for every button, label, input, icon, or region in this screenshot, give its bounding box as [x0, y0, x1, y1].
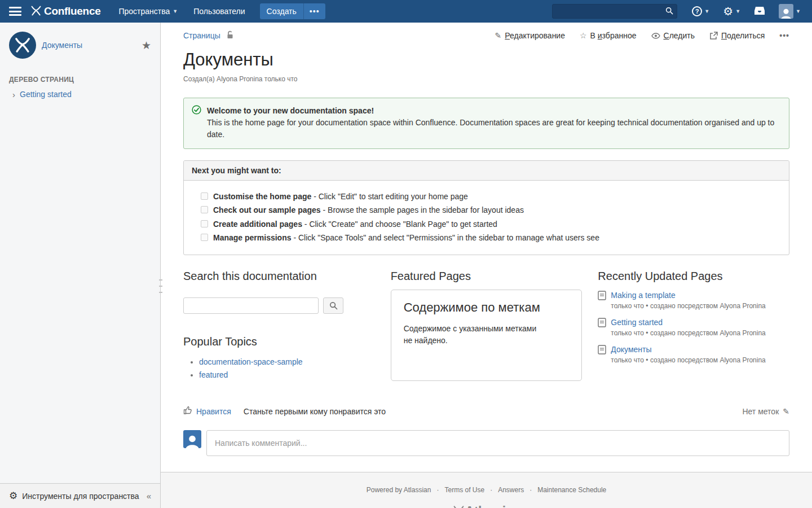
like-button[interactable]: Нравится — [196, 407, 231, 416]
recent-page-meta: только что • создано посредством Alyona … — [611, 329, 765, 337]
footer-separator: · — [436, 486, 439, 494]
footer-link[interactable]: Terms of Use — [444, 486, 484, 494]
favourite-button[interactable]: ☆ В избранное — [580, 31, 637, 40]
gear-icon: ⚙ — [723, 6, 733, 17]
chevron-right-icon[interactable]: › — [12, 90, 15, 99]
task-item: Manage permissions - Click "Space Tools"… — [201, 231, 781, 244]
atlassian-mark-icon — [453, 505, 465, 508]
content-by-label-panel: Содержимое по меткам Содержимое с указан… — [391, 290, 582, 381]
task-item: Check out our sample pages - Browse the … — [201, 203, 781, 217]
edit-button[interactable]: ✎ Редактирование — [495, 31, 565, 40]
like-hint-text: Станьте первыми кому понравится это — [244, 407, 386, 416]
atlassian-logo: Atlassian — [453, 504, 520, 508]
help-menu[interactable]: ? ▼ — [687, 0, 714, 23]
list-item: featured — [199, 370, 375, 379]
space-header: Документы ★ — [0, 23, 160, 68]
create-more-button[interactable]: ••• — [303, 3, 325, 19]
thumbs-up-icon[interactable] — [183, 406, 192, 417]
next-steps-heading: Next you might want to: — [184, 161, 789, 181]
settings-menu[interactable]: ⚙ ▼ — [718, 0, 745, 23]
tree-page-link[interactable]: Getting started — [20, 90, 72, 99]
comment-section — [183, 430, 789, 472]
checkbox[interactable] — [201, 206, 208, 213]
list-item: Making a template только что • создано п… — [598, 291, 789, 310]
next-steps-panel: Next you might want to: Customise the ho… — [183, 160, 789, 255]
confluence-x-icon — [30, 5, 42, 18]
welcome-title: Welcome to your new documentation space! — [207, 106, 374, 115]
recent-page-link[interactable]: Документы — [611, 345, 651, 354]
search-icon[interactable] — [665, 7, 673, 16]
watch-button[interactable]: Следить — [651, 31, 695, 40]
more-actions-button[interactable]: ••• — [779, 31, 789, 40]
checkbox[interactable] — [201, 220, 208, 227]
panel-title: Содержимое по меткам — [404, 300, 570, 315]
global-search-input[interactable] — [552, 4, 677, 19]
pencil-icon: ✎ — [783, 407, 789, 416]
top-navbar: Confluence Пространства ▼ Пользователи С… — [0, 0, 812, 23]
check-circle-icon — [192, 105, 201, 141]
favourite-star-icon[interactable]: ★ — [142, 39, 151, 52]
spaces-menu[interactable]: Пространства ▼ — [113, 0, 183, 23]
space-name-link[interactable]: Документы — [42, 41, 136, 50]
footer-link[interactable]: Answers — [498, 486, 524, 494]
share-icon — [709, 32, 718, 40]
main-content: Страницы ✎ Редактирование ☆ В избранное — [161, 23, 812, 508]
task-item: Customise the home page - Click "Edit" t… — [201, 190, 781, 203]
list-item: Getting started только что • создано пос… — [598, 318, 789, 337]
recent-page-meta: только что • создано посредством Alyona … — [611, 356, 765, 364]
task-item: Create additional pages - Click "Create"… — [201, 217, 781, 231]
page-tree-heading: ДЕРЕВО СТРАНИЦ — [0, 68, 160, 87]
list-item: Документы только что • создано посредств… — [598, 345, 789, 364]
confluence-logo[interactable]: Confluence — [30, 5, 100, 18]
section-heading: Search this documentation — [183, 270, 375, 283]
chevron-down-icon: ▼ — [735, 9, 740, 14]
doc-search-input[interactable] — [183, 297, 319, 314]
topic-link[interactable]: documentation-space-sample — [199, 357, 303, 366]
space-sidebar: Документы ★ ДЕРЕВО СТРАНИЦ › Getting sta… — [0, 23, 161, 508]
footer-separator: · — [529, 486, 532, 494]
section-heading: Recently Updated Pages — [598, 270, 789, 283]
doc-search-button[interactable] — [323, 297, 343, 314]
page-byline: Создал(а) Alyona Pronina только что — [183, 75, 789, 83]
page-icon — [598, 345, 606, 364]
hamburger-menu-icon[interactable] — [9, 7, 21, 16]
footer-link[interactable]: Maintenance Schedule — [537, 486, 606, 494]
page-actions: ✎ Редактирование ☆ В избранное Следить — [495, 31, 789, 40]
star-outline-icon: ☆ — [580, 32, 587, 40]
help-icon: ? — [692, 6, 702, 16]
breadcrumb[interactable]: Страницы — [183, 31, 220, 40]
user-avatar — [779, 4, 793, 19]
recent-page-link[interactable]: Getting started — [611, 318, 663, 327]
gear-icon: ⚙ — [9, 491, 17, 501]
space-tools-button[interactable]: ⚙ Инструменты для пространства « — [0, 483, 160, 508]
recent-page-link[interactable]: Making a template — [611, 291, 675, 300]
chevron-down-icon: ▼ — [704, 9, 709, 14]
checkbox[interactable] — [201, 234, 208, 241]
share-button[interactable]: Поделиться — [709, 31, 765, 40]
chevron-down-icon: ▼ — [796, 9, 801, 14]
footer-link[interactable]: Powered by Atlassian — [367, 486, 431, 494]
page-icon — [598, 318, 606, 337]
labels-button[interactable]: Нет меток ✎ — [742, 407, 789, 416]
sidebar-resize-grip[interactable] — [159, 279, 162, 293]
user-menu[interactable]: ▼ — [774, 0, 805, 23]
collapse-sidebar-icon[interactable]: « — [147, 491, 151, 501]
panel-empty-text: Содержимое с указанными метками не найде… — [404, 323, 545, 347]
create-button[interactable]: Создать — [260, 3, 303, 19]
checkbox[interactable] — [201, 192, 208, 200]
like-and-labels-row: Нравится Станьте первыми кому понравится… — [183, 406, 789, 417]
page-title: Документы — [183, 50, 789, 70]
topic-link[interactable]: featured — [199, 370, 228, 379]
space-logo-icon[interactable] — [9, 32, 36, 59]
confluence-app: Confluence Пространства ▼ Пользователи С… — [0, 0, 812, 508]
recent-page-meta: только что • создано посредством Alyona … — [611, 302, 765, 310]
unlock-icon[interactable] — [226, 30, 234, 41]
people-menu[interactable]: Пользователи — [188, 0, 250, 23]
welcome-message: Welcome to your new documentation space!… — [183, 98, 789, 149]
section-heading: Featured Pages — [391, 270, 582, 283]
comment-input[interactable] — [206, 430, 789, 456]
recently-updated-section: Recently Updated Pages Making a template… — [598, 270, 789, 383]
notifications-tray[interactable] — [749, 0, 770, 23]
sidebar-item-getting-started[interactable]: › Getting started — [0, 87, 160, 102]
page-icon — [598, 291, 606, 310]
